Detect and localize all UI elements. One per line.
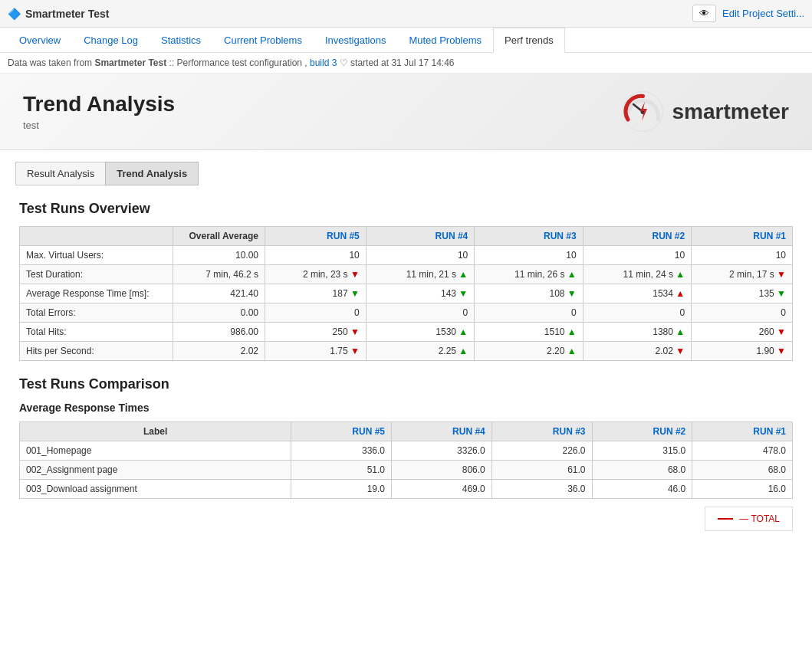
app-icon: 🔷 (8, 8, 21, 20)
tab-changelog[interactable]: Change Log (72, 28, 150, 53)
col-label (20, 227, 173, 246)
col-run4: RUN #4 (392, 422, 492, 441)
cell-r2: 68.0 (592, 461, 692, 480)
row-label: 002_Assignment page (20, 461, 291, 480)
arrow-icon: ▲ (459, 346, 468, 356)
cell-overall: 2.02 (173, 342, 265, 361)
cell-r3: 226.0 (491, 441, 592, 461)
sub-tabs: Result Analysis Trend Analysis (0, 150, 812, 185)
cell-r2: 2.02 ▼ (583, 342, 691, 361)
avg-response-title: Average Response Times (19, 402, 793, 414)
table-row: Average Response Time [ms]: 421.40 187 ▼… (20, 284, 793, 303)
comparison-section: Test Runs Comparison Average Response Ti… (19, 376, 793, 531)
legend-area: — TOTAL (19, 507, 793, 531)
cell-r1: 478.0 (692, 441, 793, 461)
table-row: Max. Virtual Users: 10.00 10 10 10 10 10 (20, 246, 793, 265)
col-run1: RUN #1 (692, 422, 793, 441)
overview-title: Test Runs Overview (19, 201, 793, 217)
cell-r2: 1380 ▲ (583, 323, 691, 342)
logo-text: smartmeter (672, 100, 789, 124)
cell-overall: 10.00 (173, 246, 265, 265)
header-text: Trend Analysis test (23, 92, 175, 131)
legend-line-icon (718, 518, 733, 520)
info-comma: , (304, 57, 310, 68)
row-label: Total Hits: (20, 323, 173, 342)
overview-table: Overall Average RUN #5 RUN #4 RUN #3 RUN… (19, 226, 793, 361)
col-run5: RUN #5 (291, 422, 392, 441)
sub-tab-trend-analysis[interactable]: Trend Analysis (105, 162, 199, 185)
row-label: 001_Homepage (20, 441, 291, 461)
cell-r1: 135 ▼ (692, 284, 793, 303)
info-build-link[interactable]: build 3 (310, 57, 337, 68)
cell-r3: 108 ▼ (475, 284, 583, 303)
arrow-icon: ▲ (676, 326, 685, 337)
eye-button[interactable]: 👁 (692, 5, 716, 22)
legend-box: — TOTAL (705, 507, 793, 531)
arrow-icon: ▼ (350, 326, 360, 337)
cell-overall: 0.00 (173, 303, 265, 323)
arrow-icon: ▲ (459, 326, 468, 337)
page-title: Trend Analysis (23, 92, 175, 116)
cell-r3: 10 (475, 246, 583, 265)
legend-label: — TOTAL (739, 513, 780, 524)
tab-perf-trends[interactable]: Perf trends (493, 28, 565, 53)
arrow-icon: ▲ (459, 269, 468, 280)
cell-r2: 1534 ▲ (583, 284, 691, 303)
arrow-icon: ▼ (350, 288, 360, 299)
arrow-icon: ▼ (777, 326, 786, 337)
cell-r3: 36.0 (491, 480, 592, 499)
row-label: 003_Download assignment (20, 480, 291, 499)
nav-tabs: Overview Change Log Statistics Current P… (0, 28, 812, 53)
arrow-icon: ▼ (350, 269, 360, 280)
cell-r5: 10 (265, 246, 367, 265)
cell-overall: 421.40 (173, 284, 265, 303)
app-title-area: 🔷 Smartmeter Test (8, 8, 109, 20)
cell-r2: 315.0 (592, 441, 692, 461)
arrow-icon: ▼ (777, 269, 786, 280)
row-label: Test Duration: (20, 265, 173, 284)
arrow-icon: ▼ (567, 288, 577, 299)
cell-r1: 1.90 ▼ (692, 342, 793, 361)
arrow-icon: ▼ (676, 346, 685, 356)
col-run3: RUN #3 (491, 422, 592, 441)
info-heart: ♡ (340, 57, 350, 68)
tab-current-problems[interactable]: Current Problems (212, 28, 314, 53)
cell-r2: 46.0 (592, 480, 692, 499)
col-overall: Overall Average (173, 227, 265, 246)
cell-r4: 10 (366, 246, 474, 265)
cell-r5: 51.0 (291, 461, 392, 480)
cell-r4: 806.0 (392, 461, 492, 480)
arrow-icon: ▼ (350, 346, 360, 356)
info-sep: :: (169, 57, 177, 68)
comparison-table: Label RUN #5 RUN #4 RUN #3 RUN #2 RUN #1… (19, 421, 793, 499)
tab-muted-problems[interactable]: Muted Problems (397, 28, 493, 53)
logo-bold: meter (731, 100, 789, 123)
tab-overview[interactable]: Overview (8, 28, 72, 53)
sub-tab-result-analysis[interactable]: Result Analysis (15, 162, 105, 185)
arrow-icon: ▲ (676, 288, 685, 299)
table-row: Hits per Second: 2.02 1.75 ▼ 2.25 ▲ 2.20… (20, 342, 793, 361)
app-title: Smartmeter Test (25, 8, 109, 20)
tab-investigations[interactable]: Investigations (314, 28, 398, 53)
row-label: Average Response Time [ms]: (20, 284, 173, 303)
table-row: Test Duration: 7 min, 46.2 s 2 min, 23 s… (20, 265, 793, 284)
cell-overall: 7 min, 46.2 s (173, 265, 265, 284)
arrow-icon: ▼ (777, 288, 786, 299)
cell-r1: 2 min, 17 s ▼ (692, 265, 793, 284)
col-run4: RUN #4 (366, 227, 474, 246)
overview-header-row: Overall Average RUN #5 RUN #4 RUN #3 RUN… (20, 227, 793, 246)
cell-r3: 11 min, 26 s ▲ (475, 265, 583, 284)
arrow-icon: ▼ (459, 288, 468, 299)
col-run2: RUN #2 (583, 227, 691, 246)
cell-r2: 10 (583, 246, 691, 265)
comparison-title: Test Runs Comparison (19, 376, 793, 392)
col-run1: RUN #1 (692, 227, 793, 246)
overview-section: Test Runs Overview Overall Average RUN #… (19, 201, 793, 361)
tab-statistics[interactable]: Statistics (150, 28, 212, 53)
cell-r5: 1.75 ▼ (265, 342, 367, 361)
table-row: 002_Assignment page 51.0 806.0 61.0 68.0… (20, 461, 793, 480)
cell-r5: 0 (265, 303, 367, 323)
top-bar: 🔷 Smartmeter Test 👁 Edit Project Setti..… (0, 0, 812, 28)
cell-r5: 187 ▼ (265, 284, 367, 303)
edit-project-link[interactable]: Edit Project Setti... (722, 8, 804, 19)
